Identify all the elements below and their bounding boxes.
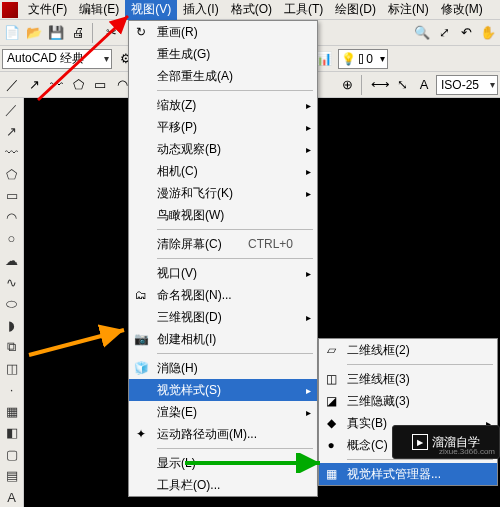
view-menu-item[interactable]: 视觉样式(S)▸ [129, 379, 317, 401]
submenu-arrow-icon: ▸ [306, 144, 311, 155]
separator [361, 75, 366, 95]
dim-linear-icon[interactable]: ⟷ [370, 75, 390, 95]
view-menu-item[interactable]: 渲染(E)▸ [129, 401, 317, 423]
menu-separator [157, 90, 313, 91]
view-menu-item[interactable]: 漫游和飞行(K)▸ [129, 182, 317, 204]
zoom-window-icon[interactable]: ⤢ [434, 23, 454, 43]
mtext-icon[interactable]: A [2, 488, 22, 507]
arc-icon[interactable]: ◠ [2, 208, 22, 228]
spline-icon[interactable]: ∿ [2, 272, 22, 292]
menu-item-icon: ● [323, 437, 339, 453]
region-icon[interactable]: ▢ [2, 445, 22, 465]
view-menu-item[interactable]: 重生成(G) [129, 43, 317, 65]
watermark-badge: ▶ 溜溜自学 zixue.3d66.com [392, 425, 500, 459]
menubar: 文件(F) 编辑(E) 视图(V) 插入(I) 格式(O) 工具(T) 绘图(D… [0, 0, 500, 20]
xline-icon[interactable]: ↗ [2, 122, 22, 142]
new-file-icon[interactable]: 📄 [2, 23, 22, 43]
view-menu-item[interactable]: 相机(C)▸ [129, 160, 317, 182]
hatch-icon[interactable]: ▦ [2, 401, 22, 421]
gradient-icon[interactable]: ◧ [2, 423, 22, 443]
rectangle-icon[interactable]: ▭ [90, 75, 110, 95]
submenu-arrow-icon: ▸ [306, 385, 311, 396]
plot-icon[interactable]: 🖨 [68, 23, 88, 43]
view-menu-item[interactable]: ↻重画(R) [129, 21, 317, 43]
visual-style-item[interactable]: ▱二维线框(2) [319, 339, 497, 361]
menu-view[interactable]: 视图(V) [125, 0, 177, 20]
visual-style-item[interactable]: ◫三维线框(3) [319, 368, 497, 390]
open-file-icon[interactable]: 📂 [24, 23, 44, 43]
point-icon[interactable]: ∙ [2, 380, 22, 400]
submenu-arrow-icon: ▸ [306, 407, 311, 418]
ellipse-arc-icon[interactable]: ◗ [2, 315, 22, 335]
menu-item-icon: ▦ [323, 466, 339, 482]
view-menu-item[interactable]: 鸟瞰视图(W) [129, 204, 317, 226]
menu-item-label: 漫游和飞行(K) [157, 185, 233, 202]
menu-format[interactable]: 格式(O) [225, 0, 278, 20]
rectangle-icon[interactable]: ▭ [2, 186, 22, 206]
menu-item-label: 清除屏幕(C) [157, 236, 222, 253]
menu-separator [157, 258, 313, 259]
visual-style-item[interactable]: ◪三维隐藏(3) [319, 390, 497, 412]
menu-item-label: 平移(P) [157, 119, 197, 136]
view-menu-item[interactable]: 清除屏幕(C)CTRL+0 [129, 233, 317, 255]
line-icon[interactable]: ／ [2, 100, 22, 120]
menu-insert[interactable]: 插入(I) [177, 0, 224, 20]
table-icon[interactable]: ▤ [2, 466, 22, 486]
block-insert-icon[interactable]: ⧉ [2, 337, 22, 357]
view-menu-item[interactable]: 平移(P)▸ [129, 116, 317, 138]
view-menu-item[interactable]: 🧊消隐(H) [129, 357, 317, 379]
block-make-icon[interactable]: ◫ [2, 358, 22, 378]
submenu-arrow-icon: ▸ [306, 312, 311, 323]
xline-icon[interactable]: ↗ [24, 75, 44, 95]
polyline-icon[interactable]: 〰 [46, 75, 66, 95]
polygon-icon[interactable]: ⬠ [2, 165, 22, 185]
submenu-arrow-icon: ▸ [306, 458, 311, 469]
view-menu-item[interactable]: 三维视图(D)▸ [129, 306, 317, 328]
menu-item-label: 三维线框(3) [347, 371, 410, 388]
pan-icon[interactable]: ✋ [478, 23, 498, 43]
view-menu-item[interactable]: 📷创建相机(I) [129, 328, 317, 350]
menu-item-label: 重生成(G) [157, 46, 210, 63]
view-menu-item[interactable]: 缩放(Z)▸ [129, 94, 317, 116]
circle-icon[interactable]: ○ [2, 229, 22, 249]
view-menu-item[interactable]: 动态观察(B)▸ [129, 138, 317, 160]
visual-style-item[interactable]: ▦视觉样式管理器... [319, 463, 497, 485]
layer-combo[interactable]: 💡 0 [338, 49, 388, 69]
save-icon[interactable]: 💾 [46, 23, 66, 43]
layer-bulb-icon: 💡 [341, 52, 356, 66]
menu-modify[interactable]: 修改(M) [435, 0, 489, 20]
polygon-icon[interactable]: ⬠ [68, 75, 88, 95]
line-icon[interactable]: ／ [2, 75, 22, 95]
menu-item-label: 三维视图(D) [157, 309, 222, 326]
menu-edit[interactable]: 编辑(E) [73, 0, 125, 20]
menu-item-label: 概念(C) [347, 437, 388, 454]
menu-draw[interactable]: 绘图(D) [329, 0, 382, 20]
menu-item-label: 视口(V) [157, 265, 197, 282]
dim-style-icon[interactable]: A [414, 75, 434, 95]
zoom-previous-icon[interactable]: ↶ [456, 23, 476, 43]
menu-separator [157, 229, 313, 230]
menu-item-icon: ✦ [133, 426, 149, 442]
menu-dimension[interactable]: 标注(N) [382, 0, 435, 20]
menu-file[interactable]: 文件(F) [22, 0, 73, 20]
ellipse-icon[interactable]: ⬭ [2, 294, 22, 314]
pline-icon[interactable]: 〰 [2, 143, 22, 163]
submenu-arrow-icon: ▸ [306, 166, 311, 177]
menu-tools[interactable]: 工具(T) [278, 0, 329, 20]
zoom-realtime-icon[interactable]: 🔍 [412, 23, 432, 43]
menu-separator [157, 353, 313, 354]
view-menu-item[interactable]: 显示(L)▸ [129, 452, 317, 474]
menu-item-label: 鸟瞰视图(W) [157, 207, 224, 224]
view-menu-item[interactable]: 🗂命名视图(N)... [129, 284, 317, 306]
view-menu-item[interactable]: ✦运动路径动画(M)... [129, 423, 317, 445]
cut-icon[interactable]: ✂ [101, 23, 121, 43]
view-menu-item[interactable]: 全部重生成(A) [129, 65, 317, 87]
revcloud-icon[interactable]: ☁ [2, 251, 22, 271]
ucs-icon[interactable]: ⊕ [337, 75, 357, 95]
view-menu-item[interactable]: 视口(V)▸ [129, 262, 317, 284]
dim-aligned-icon[interactable]: ⤡ [392, 75, 412, 95]
layer-square-icon [359, 54, 363, 64]
view-menu-item[interactable]: 工具栏(O)... [129, 474, 317, 496]
dimstyle-combo[interactable]: ISO-25 [436, 75, 498, 95]
workspace-combo[interactable]: AutoCAD 经典 [2, 49, 112, 69]
